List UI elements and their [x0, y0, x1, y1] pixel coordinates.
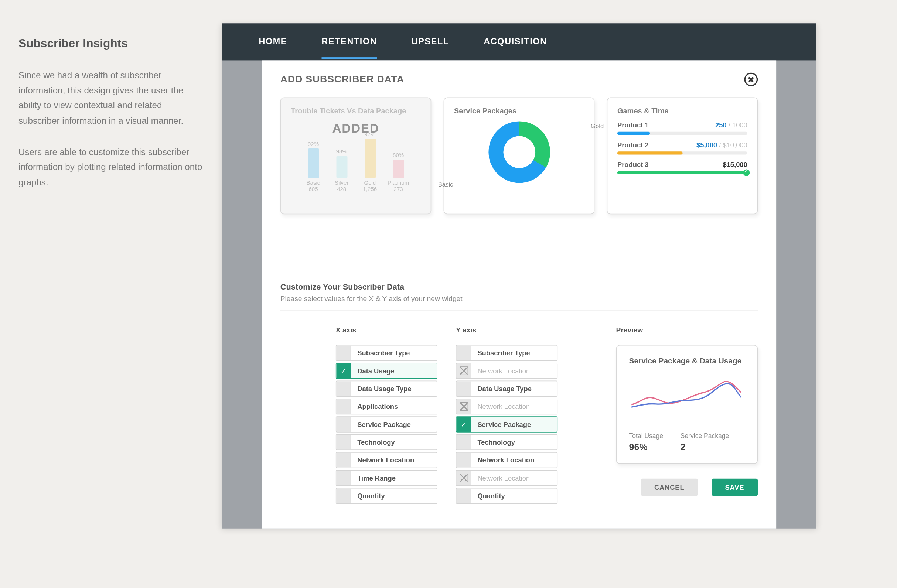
checkbox-icon	[457, 381, 471, 396]
xaxis-option[interactable]: Data Usage Type	[336, 381, 438, 397]
bar-column: 97%Gold1,256	[361, 131, 379, 192]
checkbox-icon	[337, 417, 351, 432]
xaxis-label: X axis	[336, 327, 438, 334]
progress-max: / 1000	[729, 122, 747, 129]
checkbox-icon	[457, 453, 471, 467]
card-title: Service Packages	[454, 106, 584, 115]
option-label: Network Location	[471, 470, 557, 485]
xaxis-option[interactable]: Service Package	[336, 416, 438, 432]
option-label: Service Package	[351, 417, 437, 432]
bar-value: 1,256	[363, 186, 377, 192]
xaxis-option[interactable]: Applications	[336, 399, 438, 414]
stat-value: 2	[681, 442, 729, 452]
stat-label: Total Usage	[629, 432, 663, 439]
yaxis-option[interactable]: Quantity	[456, 488, 557, 504]
customize-subheading: Please select values for the X & Y axis …	[280, 295, 758, 302]
xaxis-option[interactable]: Time Range	[336, 470, 438, 486]
line-chart-icon	[629, 377, 745, 414]
yaxis-option[interactable]: Technology	[456, 434, 557, 450]
bar-value: 273	[394, 186, 403, 192]
app-frame: HOME RETENTION UPSELL ACQUISITION ADD SU…	[222, 23, 816, 528]
checkbox-icon	[337, 381, 351, 396]
option-label: Network Location	[351, 453, 437, 467]
widget-card-service-packages[interactable]: Service Packages Gold Basic	[444, 97, 595, 214]
tab-acquisition[interactable]: ACQUISITION	[484, 25, 547, 59]
bar-value: 605	[308, 186, 318, 192]
option-label: Subscriber Type	[351, 346, 437, 360]
customize-heading: Customize Your Subscriber Data	[280, 282, 758, 292]
progress-max: / $10,000	[719, 141, 747, 148]
yaxis-option[interactable]: Subscriber Type	[456, 345, 557, 361]
progress-bar	[617, 132, 747, 135]
progress-row: Product 1250 / 1000	[617, 122, 747, 135]
modal-panel: ADD SUBSCRIBER DATA Trouble Tickets Vs D…	[262, 60, 776, 528]
widget-card-games-time[interactable]: Games & Time Product 1250 / 1000Product …	[607, 97, 758, 214]
checkbox-icon	[337, 488, 351, 503]
progress-current: 250	[715, 122, 727, 129]
option-label: Technology	[351, 435, 437, 449]
option-label: Service Package	[471, 417, 557, 432]
checkbox-icon	[337, 435, 351, 449]
widget-card-trouble-tickets[interactable]: Trouble Tickets Vs Data Package ADDED 92…	[280, 97, 432, 214]
modal-title: ADD SUBSCRIBER DATA	[280, 74, 404, 85]
yaxis-option[interactable]: Data Usage Type	[456, 381, 557, 397]
donut-label-gold: Gold	[591, 123, 604, 129]
card-title: Trouble Tickets Vs Data Package	[291, 106, 421, 115]
stat-value: 96%	[629, 442, 663, 452]
bar-column: 98%Silver428	[333, 148, 350, 192]
checkbox-icon	[337, 453, 351, 467]
divider	[280, 310, 758, 311]
bar-name: Basic	[307, 180, 320, 186]
checkbox-icon: ✓	[337, 363, 351, 378]
progress-name: Product 2	[617, 141, 649, 148]
bar-column: 92%Basic605	[305, 141, 322, 192]
bar-value: 428	[337, 186, 346, 192]
bar-pct: 97%	[364, 131, 375, 137]
preview-card: Service Package & Data Usage Total Usage…	[616, 345, 758, 464]
progress-row: Product 2$5,000 / $10,000	[617, 141, 747, 155]
option-label: Quantity	[471, 488, 557, 503]
cancel-button[interactable]: CANCEL	[641, 479, 698, 496]
donut-label-basic: Basic	[438, 181, 453, 188]
bar-icon	[308, 148, 319, 178]
bar-pct: 92%	[308, 141, 319, 147]
preview-label: Preview	[616, 327, 758, 334]
option-label: Network Location	[471, 453, 557, 467]
yaxis-option: Network Location	[456, 363, 557, 379]
yaxis-label: Y axis	[456, 327, 557, 334]
tab-retention[interactable]: RETENTION	[321, 25, 377, 59]
yaxis-option[interactable]: Network Location	[456, 452, 557, 468]
checkbox-icon	[457, 346, 471, 360]
xaxis-option[interactable]: Technology	[336, 434, 438, 450]
xaxis-option[interactable]: ✓Data Usage	[336, 363, 438, 379]
card-title: Games & Time	[617, 106, 747, 115]
bar-name: Silver	[335, 180, 349, 186]
option-label: Time Range	[351, 470, 437, 485]
checkbox-icon	[337, 399, 351, 414]
progress-name: Product 3	[617, 161, 649, 168]
option-label: Data Usage Type	[351, 381, 437, 396]
save-button[interactable]: SAVE	[712, 479, 758, 496]
intro-text-2: Users are able to customize this subscri…	[18, 144, 203, 190]
yaxis-option: Network Location	[456, 470, 557, 486]
progress-current: $5,000	[696, 141, 717, 148]
tab-upsell[interactable]: UPSELL	[412, 25, 449, 59]
progress-bar	[617, 151, 747, 154]
progress-bar	[617, 171, 747, 174]
checkbox-icon	[457, 488, 471, 503]
stat-label: Service Package	[681, 432, 729, 439]
yaxis-option[interactable]: ✓Service Package	[456, 416, 557, 432]
option-label: Applications	[351, 399, 437, 414]
bar-column: 80%Platinum273	[390, 152, 407, 192]
option-label: Network Location	[471, 363, 557, 378]
tab-home[interactable]: HOME	[259, 25, 287, 59]
xaxis-option[interactable]: Subscriber Type	[336, 345, 438, 361]
option-label: Data Usage	[351, 363, 437, 378]
xaxis-option[interactable]: Network Location	[336, 452, 438, 468]
progress-value: $15,000	[722, 161, 747, 168]
close-icon[interactable]	[744, 73, 758, 86]
checkbox-icon	[457, 363, 471, 378]
option-label: Subscriber Type	[471, 346, 557, 360]
xaxis-option[interactable]: Quantity	[336, 488, 438, 504]
checkbox-icon	[457, 435, 471, 449]
